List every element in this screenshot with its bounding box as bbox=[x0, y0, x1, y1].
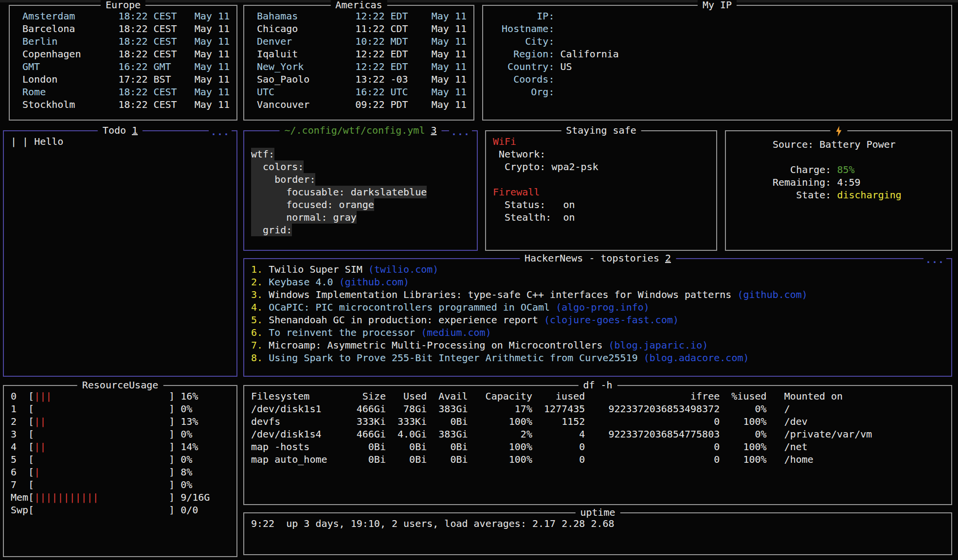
clock-city: Vancouver bbox=[251, 98, 349, 111]
resource-meter: 1 [ ] 0% bbox=[11, 402, 230, 415]
meter-value: ] 0% bbox=[34, 403, 192, 415]
story-rank: 2. bbox=[251, 276, 263, 288]
hackernews-story[interactable]: 3. Windows Implementation Libraries: typ… bbox=[251, 288, 944, 301]
df-cell: /dev bbox=[784, 415, 808, 428]
clock-row: Berlin18:22CESTMay 11 bbox=[17, 35, 230, 48]
df-cell: 333Ki bbox=[386, 415, 427, 428]
text-line bbox=[773, 151, 944, 163]
text-line: WiFi bbox=[493, 135, 709, 148]
df-cell: /dev/disk1s4 bbox=[251, 428, 345, 440]
df-cell: / bbox=[784, 402, 790, 415]
uptime-text: 9:22 up 3 days, 19:10, 2 users, load ave… bbox=[251, 517, 944, 530]
resource-meter: 5 [ ] 0% bbox=[11, 453, 230, 466]
df-cell: 9223372036854775803 bbox=[585, 428, 720, 440]
df-cell: Avail bbox=[427, 390, 468, 402]
clock-timezone: EDT bbox=[390, 48, 419, 60]
clock-date: May 11 bbox=[432, 98, 467, 111]
text-line bbox=[493, 173, 709, 186]
meter-bar: || bbox=[34, 416, 46, 427]
panel-todo[interactable]: Todo 1 ... | | Hello bbox=[3, 130, 237, 377]
hackernews-story[interactable]: 4. OCaPIC: PIC microcontrollers programm… bbox=[251, 301, 944, 314]
meter-label: Mem[ bbox=[11, 491, 34, 503]
df-cell: Size bbox=[345, 390, 386, 402]
battery-info: Source: Battery Power Charge: 85%Remaini… bbox=[726, 131, 951, 205]
resource-meter: 4 [|| ] 14% bbox=[11, 440, 230, 453]
hackernews-story[interactable]: 5. Shenandoah GC in production: experien… bbox=[251, 314, 944, 326]
ip-info-row: Org: bbox=[490, 86, 944, 98]
text-line: Status: on bbox=[493, 198, 709, 211]
resource-meter: 2 [|| ] 13% bbox=[11, 415, 230, 428]
disk-usage-table: FilesystemSizeUsedAvailCapacityiusedifre… bbox=[244, 386, 951, 470]
df-cell: 0Bi bbox=[427, 453, 468, 466]
df-cell: iused bbox=[532, 390, 585, 402]
df-cell: 0Bi bbox=[386, 453, 427, 466]
hackernews-story[interactable]: 1. Twilio Super SIM (twilio.com) bbox=[251, 263, 944, 276]
clock-timezone: CEST bbox=[153, 98, 182, 111]
df-cell: 0Bi bbox=[345, 453, 386, 466]
panel-uptime: uptime 9:22 up 3 days, 19:10, 2 users, l… bbox=[243, 512, 952, 555]
clock-row: London17:22BSTMay 11 bbox=[17, 73, 230, 86]
hackernews-story[interactable]: 6. To reinvent the processor (medium.com… bbox=[251, 326, 944, 339]
df-cell: Used bbox=[386, 390, 427, 402]
df-cell: 0% bbox=[720, 428, 766, 440]
df-cell: 1152 bbox=[532, 415, 585, 428]
df-cell: 0 bbox=[585, 453, 720, 466]
df-cell: Mounted on bbox=[784, 390, 843, 402]
hackernews-story[interactable]: 2. Keybase 4.0 (github.com) bbox=[251, 276, 944, 288]
ip-info-row: Hostname: bbox=[490, 22, 944, 35]
todo-item[interactable]: | | Hello bbox=[11, 135, 230, 148]
text-segment: Status: on bbox=[493, 199, 575, 210]
story-rank: 1. bbox=[251, 263, 263, 275]
panel-staying-safe: Staying safe WiFi Network: Crypto: wpa2-… bbox=[485, 130, 717, 251]
df-cell: /dev/disk1s1 bbox=[251, 402, 345, 415]
config-line: wtf: bbox=[251, 148, 470, 160]
panel-config-yml[interactable]: ~/.config/wtf/config.yml 3 ... wtf: colo… bbox=[243, 130, 478, 251]
meter-label: 4 [ bbox=[11, 441, 34, 453]
panel-df: df -h FilesystemSizeUsedAvailCapacityius… bbox=[243, 385, 952, 505]
config-line: border: bbox=[251, 173, 470, 186]
story-domain: (github.com) bbox=[737, 289, 808, 300]
df-cell: 100% bbox=[720, 453, 766, 466]
story-domain: (medium.com) bbox=[421, 327, 491, 338]
resource-meter: Swp[ ] 0/0 bbox=[11, 504, 230, 516]
ip-info-label: Coords: bbox=[490, 73, 554, 86]
hackernews-story[interactable]: 7. Microamp: Asymmetric Multi-Processing… bbox=[251, 339, 944, 351]
clock-city: UTC bbox=[251, 86, 349, 98]
story-title: To reinvent the processor bbox=[263, 327, 421, 338]
df-cell: 2% bbox=[468, 428, 532, 440]
resource-meter: 0 [||| ] 16% bbox=[11, 390, 230, 402]
story-title: Keybase 4.0 bbox=[263, 276, 339, 288]
clock-date: May 11 bbox=[432, 35, 467, 48]
clock-city: Iqaluit bbox=[251, 48, 349, 60]
text-segment: 85% bbox=[837, 164, 854, 175]
df-data-row: map -hosts0Bi0Bi0Bi100%00100%/net bbox=[251, 440, 944, 453]
meter-bar: || bbox=[34, 441, 46, 453]
clock-row: GMT16:22GMTMay 11 bbox=[17, 60, 230, 73]
story-title: Windows Implementation Libraries: type-s… bbox=[263, 289, 737, 300]
panel-hackernews[interactable]: HackerNews - topstories 2 ... 1. Twilio … bbox=[243, 258, 952, 377]
ip-info-label: Hostname: bbox=[490, 22, 554, 35]
df-cell: 0Bi bbox=[427, 440, 468, 453]
resource-meter: Mem[||||||||||| ] 9/16G bbox=[11, 491, 230, 504]
text-line: Firewall bbox=[493, 186, 709, 198]
df-cell: Capacity bbox=[468, 390, 532, 402]
ip-info-row: Country:US bbox=[490, 60, 944, 73]
clock-row: Sao_Paolo13:22-03May 11 bbox=[251, 73, 467, 86]
df-cell: 383Gi bbox=[427, 428, 468, 440]
df-cell: 0 bbox=[532, 453, 585, 466]
story-rank: 8. bbox=[251, 352, 263, 364]
meter-value: ] 0/0 bbox=[34, 504, 198, 516]
df-cell: 100% bbox=[468, 415, 532, 428]
clock-city: Amsterdam bbox=[17, 10, 112, 22]
df-cell: Filesystem bbox=[251, 390, 345, 402]
clock-date: May 11 bbox=[432, 10, 467, 22]
hackernews-story[interactable]: 8. Using Spark to Prove 255-Bit Integer … bbox=[251, 351, 944, 364]
clock-date: May 11 bbox=[195, 98, 230, 111]
config-line: colors: bbox=[251, 160, 470, 173]
clock-time: 18:22 bbox=[112, 22, 147, 35]
clock-timezone: GMT bbox=[153, 60, 182, 73]
clock-timezone: EDT bbox=[390, 60, 419, 73]
clock-time: 12:22 bbox=[349, 10, 384, 22]
panel-clocks-europe: Europe Amsterdam18:22CESTMay 11Barcelona… bbox=[9, 5, 237, 121]
panel-battery: Source: Battery Power Charge: 85%Remaini… bbox=[725, 130, 952, 251]
